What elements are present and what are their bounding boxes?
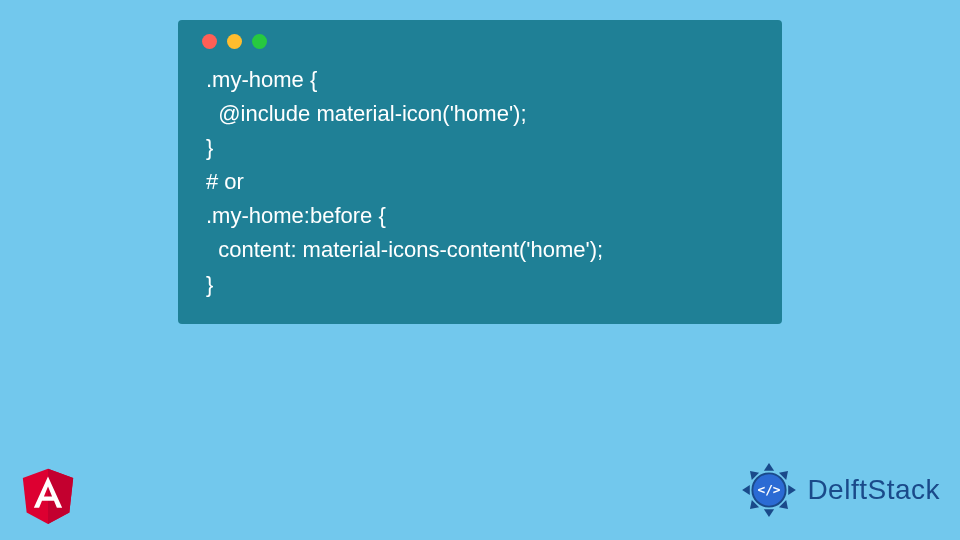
delftstack-logo-icon: </> [737, 458, 801, 522]
code-line: } [206, 135, 213, 160]
minimize-dot-icon [227, 34, 242, 49]
close-dot-icon [202, 34, 217, 49]
code-line: } [206, 272, 213, 297]
angular-logo-icon [18, 462, 78, 526]
code-line: content: material-icons-content('home'); [206, 237, 603, 262]
svg-marker-2 [764, 463, 774, 471]
window-controls [198, 34, 762, 49]
code-line: .my-home { [206, 67, 317, 92]
code-window: .my-home { @include material-icon('home'… [178, 20, 782, 324]
svg-marker-5 [789, 485, 797, 495]
code-block: .my-home { @include material-icon('home'… [198, 63, 762, 302]
svg-marker-1 [48, 469, 73, 524]
svg-marker-4 [743, 485, 751, 495]
svg-text:</>: </> [758, 482, 781, 497]
code-line: .my-home:before { [206, 203, 386, 228]
code-line: # or [206, 169, 244, 194]
svg-marker-3 [764, 509, 774, 517]
maximize-dot-icon [252, 34, 267, 49]
delftstack-brand: </> DelftStack [737, 458, 940, 522]
delftstack-label: DelftStack [807, 474, 940, 506]
code-line: @include material-icon('home'); [206, 101, 527, 126]
